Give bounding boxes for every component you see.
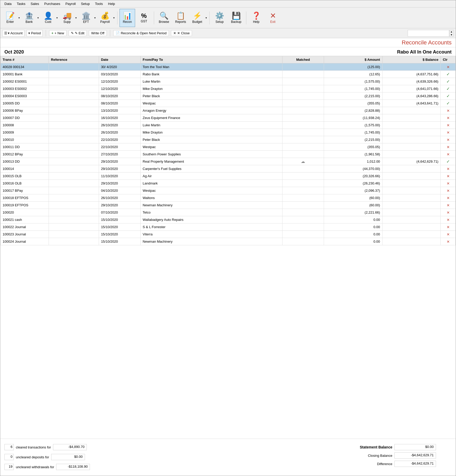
table-row[interactable]: 100020 07/10/2020 Telco (2,221.66) ✕ (1, 209, 456, 216)
cell-clr[interactable]: ✕ (441, 187, 456, 194)
period-selector[interactable]: ▾ Period (27, 30, 43, 37)
x-icon[interactable]: ✕ (447, 210, 450, 215)
table-row[interactable]: 100001 Bank 03/10/2020 Rabo Bank (12.65)… (1, 71, 456, 78)
cell-clr[interactable]: ✕ (441, 238, 456, 245)
menu-setup[interactable]: Setup (79, 1, 92, 6)
browse-btn[interactable]: 🔍 Browse (156, 9, 172, 27)
table-row[interactable]: 100006 BPay 13/10/2020 Arragon Energy (2… (1, 107, 456, 114)
table-row[interactable]: 100022 Journal 15/10/2020 S & L Forreste… (1, 223, 456, 231)
setup-btn[interactable]: ⚙️ Setup (212, 9, 227, 27)
x-icon[interactable]: ✕ (447, 138, 450, 142)
table-row[interactable]: 100023 Journal 15/10/2020 Viterra 0.00 ✕ (1, 231, 456, 238)
spin-up[interactable]: ▲ (450, 30, 453, 33)
x-icon[interactable]: ✕ (447, 152, 450, 156)
table-row[interactable]: 100008 26/10/2020 Luke Martin (1,575.00)… (1, 122, 456, 129)
x-icon[interactable]: ✕ (447, 218, 450, 222)
table-row[interactable]: 100010 22/10/2020 Peter Black (2,215.00)… (1, 136, 456, 143)
spin-down[interactable]: ▼ (450, 33, 453, 36)
x-icon[interactable]: ✕ (447, 65, 450, 69)
backup-btn[interactable]: 💾 Backup (228, 9, 244, 27)
menu-help[interactable]: Help (106, 1, 117, 6)
x-icon[interactable]: ✕ (447, 109, 450, 113)
budget-btn[interactable]: ⚡ Budget (189, 9, 205, 27)
eft-btn[interactable]: 🏛️ EFT (78, 9, 94, 27)
x-icon[interactable]: ✕ (447, 232, 450, 236)
table-row[interactable]: 100014 29/10/2020 Carpenter's Fuel Suppl… (1, 165, 456, 173)
eft-arrow[interactable]: ▾ (94, 16, 96, 20)
search-input[interactable] (408, 30, 449, 37)
table-row[interactable]: 100002 ES0001 12/10/2020 Luke Martin (1,… (1, 78, 456, 85)
x-icon[interactable]: ✕ (447, 167, 450, 171)
recon-btn[interactable]: 📊 Recon (120, 9, 135, 27)
table-row[interactable]: 100013 DD 29/10/2020 Real Property Manag… (1, 158, 456, 165)
x-icon[interactable]: ✕ (447, 174, 450, 178)
table-row[interactable]: 100011 DD 22/10/2020 Westpac (355.05) ✕ (1, 143, 456, 151)
supp-arrow[interactable]: ▾ (75, 16, 77, 20)
reconcile-button[interactable]: 📄 Reconcile & Open Next Period (113, 30, 169, 36)
table-row[interactable]: 100012 BPay 27/10/2020 Southern Power Su… (1, 151, 456, 158)
cell-clr[interactable]: ✕ (441, 129, 456, 136)
table-row[interactable]: 100021 cash 15/10/2020 Wallabadgery Auto… (1, 216, 456, 223)
cust-btn[interactable]: 👤 Cust (40, 9, 56, 27)
cell-clr[interactable]: ✕ (441, 165, 456, 173)
edit-button[interactable]: ✎ ✎ Edit (69, 30, 87, 36)
cell-clr[interactable]: ✕ (441, 223, 456, 231)
gst-btn[interactable]: % GST (136, 9, 152, 27)
help-btn[interactable]: ❓ Help (248, 9, 264, 27)
table-row[interactable]: 100016 OLB 29/10/2020 Landmark (26,230.4… (1, 180, 456, 187)
menu-sales[interactable]: Sales (29, 1, 41, 6)
bank-btn[interactable]: 🏦 Bank (21, 9, 37, 27)
cell-clr[interactable]: ✕ (441, 216, 456, 223)
table-row[interactable]: 100009 26/10/2020 Mike Drayton (1,745.00… (1, 129, 456, 136)
x-icon[interactable]: ✕ (447, 240, 450, 244)
table-row[interactable]: 100017 BPay 04/10/2020 Westpac (2,096.37… (1, 187, 456, 194)
x-icon[interactable]: ✕ (447, 203, 450, 207)
cust-arrow[interactable]: ▾ (56, 16, 58, 20)
supp-btn[interactable]: 🚚 Supp (59, 9, 75, 27)
new-button[interactable]: + + New (49, 30, 67, 36)
table-row[interactable]: 100005 DD 08/10/2020 Westpac (355.05) (4… (1, 100, 456, 107)
cell-clr[interactable]: ✕ (441, 173, 456, 180)
menu-payroll[interactable]: Payroll (63, 1, 78, 6)
table-row[interactable]: 100024 Journal 15/10/2020 Newman Machine… (1, 238, 456, 245)
x-icon[interactable]: ✕ (447, 116, 450, 120)
x-icon[interactable]: ✕ (447, 181, 450, 186)
budget-arrow[interactable]: ▾ (205, 16, 207, 20)
table-row[interactable]: 100003 ES0002 12/10/2020 Mike Drayton (1… (1, 85, 456, 92)
enter-btn[interactable]: 📝 Enter (2, 9, 18, 27)
cell-clr[interactable]: ✕ (441, 122, 456, 129)
cell-clr[interactable]: ✕ (441, 209, 456, 216)
table-row[interactable]: 100004 ES0003 08/10/2020 Peter Black (2,… (1, 92, 456, 100)
cell-clr[interactable]: ✕ (441, 136, 456, 143)
cell-clr[interactable]: ✕ (441, 202, 456, 209)
x-icon[interactable]: ✕ (447, 145, 450, 149)
writeoff-button[interactable]: Write Off (89, 30, 107, 36)
payroll-btn[interactable]: 💰 Payroll (97, 9, 113, 27)
cell-clr[interactable]: ✕ (441, 194, 456, 202)
bank-arrow[interactable]: ▾ (37, 16, 39, 20)
cell-clr[interactable]: ✕ (441, 107, 456, 114)
account-selector[interactable]: ☰ ▾ Account (2, 30, 24, 37)
cell-clr[interactable]: ✕ (441, 231, 456, 238)
menu-purchases[interactable]: Purchases (42, 1, 62, 6)
close-button[interactable]: ✕ ✕ Close (171, 30, 192, 36)
enter-arrow[interactable]: ▾ (18, 16, 20, 20)
cell-clr[interactable]: ✕ (441, 180, 456, 187)
reports-btn[interactable]: 📋 Reports (173, 9, 188, 27)
x-icon[interactable]: ✕ (447, 189, 450, 193)
table-row[interactable]: 100007 DD 16/10/2020 Zeus Equipment Fina… (1, 114, 456, 122)
menu-tasks[interactable]: Tasks (15, 1, 27, 6)
payroll-arrow[interactable]: ▾ (113, 16, 115, 20)
x-icon[interactable]: ✕ (447, 123, 450, 127)
cell-clr[interactable]: ✕ (441, 63, 456, 71)
table-row[interactable]: 100018 EFTPOS 26/10/2020 Waltons (60.00)… (1, 194, 456, 202)
menu-tools[interactable]: Tools (93, 1, 105, 6)
cell-clr[interactable]: ✕ (441, 114, 456, 122)
table-row[interactable]: 100019 EFTPOS 29/10/2020 Newman Machiner… (1, 202, 456, 209)
x-icon[interactable]: ✕ (447, 225, 450, 229)
table-row[interactable]: 100015 OLB 11/10/2020 Ag Air (20,326.66)… (1, 173, 456, 180)
exit-btn[interactable]: ✕ Exit (265, 9, 281, 27)
table-row[interactable]: 40028 000134 30/ 4/2020 Tom the Tool Man… (1, 63, 456, 71)
cell-clr[interactable]: ✕ (441, 143, 456, 151)
cell-clr[interactable]: ✕ (441, 151, 456, 158)
